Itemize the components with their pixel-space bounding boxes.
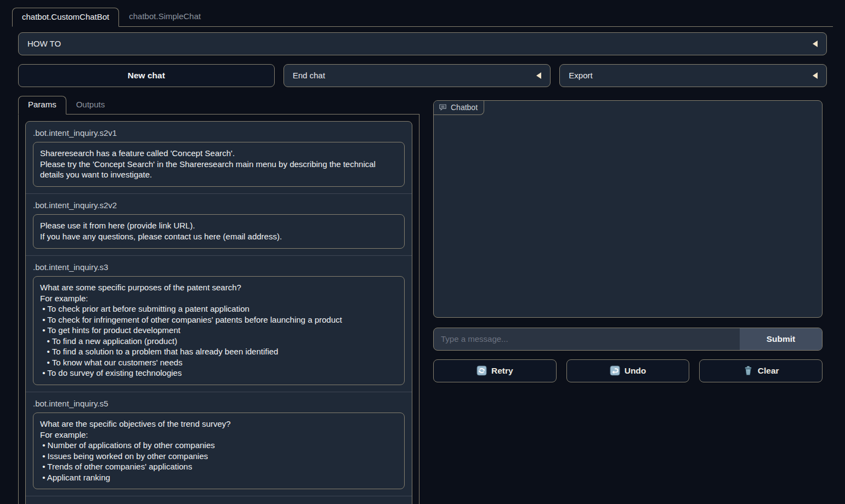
main-row: Params Outputs .bot.intent_inquiry.s2v1 … — [18, 96, 827, 504]
collapse-arrow-left-icon — [813, 41, 818, 47]
chat-actions-row: Retry Undo — [433, 359, 823, 382]
retry-button[interactable]: Retry — [433, 359, 557, 382]
app-root: chatbot.CustomChatBot chatbot.SimpleChat… — [0, 0, 845, 504]
params-form: .bot.intent_inquiry.s2v1 Shareresearch h… — [25, 121, 412, 504]
tab-chatbot-simplechat[interactable]: chatbot.SimpleChat — [119, 8, 211, 26]
param-label: .bot.intent_inquiry.s2v1 — [33, 128, 405, 138]
undo-icon — [610, 365, 620, 376]
undo-button[interactable]: Undo — [566, 359, 690, 382]
param-textarea-s2v2[interactable]: Please use it from here (provide link UR… — [33, 214, 405, 249]
collapse-arrow-left-icon — [813, 72, 818, 79]
param-textarea-s5[interactable]: What are the specific objectives of the … — [33, 413, 405, 489]
chatbot-label-text: Chatbot — [451, 103, 478, 112]
collapse-arrow-left-icon — [536, 72, 541, 79]
submit-button[interactable]: Submit — [740, 328, 822, 350]
export-accordion-label: Export — [569, 71, 592, 80]
end-chat-accordion[interactable]: End chat — [283, 64, 551, 87]
tab-outputs[interactable]: Outputs — [66, 96, 115, 114]
chat-column: Chatbot Submit — [433, 96, 823, 382]
chatbot-panel: Chatbot — [433, 100, 823, 318]
tab-params[interactable]: Params — [18, 96, 66, 115]
new-chat-button[interactable]: New chat — [18, 64, 275, 87]
top-tab-bar: chatbot.CustomChatBot chatbot.SimpleChat — [12, 8, 833, 27]
actions-row: New chat End chat Export — [18, 64, 827, 87]
tab-chatbot-customchatbot[interactable]: chatbot.CustomChatBot — [12, 8, 119, 27]
param-field: .bot.intent_inquiry.s2v2 Please use it f… — [26, 193, 412, 255]
params-column: Params Outputs .bot.intent_inquiry.s2v1 … — [18, 96, 419, 504]
retry-icon — [477, 365, 487, 376]
how-to-accordion[interactable]: HOW TO — [18, 32, 827, 55]
param-textarea-s3[interactable]: What are some specific purposes of the p… — [33, 276, 405, 385]
composer: Submit — [433, 328, 823, 351]
trash-icon — [743, 365, 753, 376]
export-accordion[interactable]: Export — [559, 64, 827, 87]
param-label: .bot.intent_inquiry.s3 — [33, 262, 405, 272]
clear-button[interactable]: Clear — [699, 359, 823, 382]
param-label: .bot.intent_inquiry.s2v2 — [33, 201, 405, 210]
custom-chatbot-tab-panel: HOW TO New chat End chat Export Params O… — [18, 32, 827, 504]
end-chat-accordion-label: End chat — [293, 71, 325, 80]
param-label: .bot.intent_inquiry.s5 — [33, 399, 405, 408]
param-field: .bot.intent_inquiry.s5 What are the spec… — [26, 392, 412, 496]
chatbot-label: Chatbot — [434, 101, 484, 115]
param-field: .bot.intent_inquiry.s9 — [26, 496, 412, 504]
params-outputs-tab-bar: Params Outputs — [18, 96, 419, 115]
clear-button-label: Clear — [758, 366, 779, 376]
undo-button-label: Undo — [625, 366, 646, 376]
param-field: .bot.intent_inquiry.s3 What are some spe… — [26, 255, 412, 392]
param-textarea-s2v1[interactable]: Shareresearch has a feature called 'Conc… — [33, 142, 405, 187]
retry-button-label: Retry — [491, 366, 513, 376]
chat-messages[interactable] — [435, 116, 821, 316]
how-to-accordion-label: HOW TO — [27, 39, 61, 48]
params-tab-panel: .bot.intent_inquiry.s2v1 Shareresearch h… — [18, 114, 419, 504]
param-field: .bot.intent_inquiry.s2v1 Shareresearch h… — [26, 122, 412, 193]
message-input[interactable] — [434, 328, 740, 350]
chat-bubble-icon — [439, 103, 447, 111]
